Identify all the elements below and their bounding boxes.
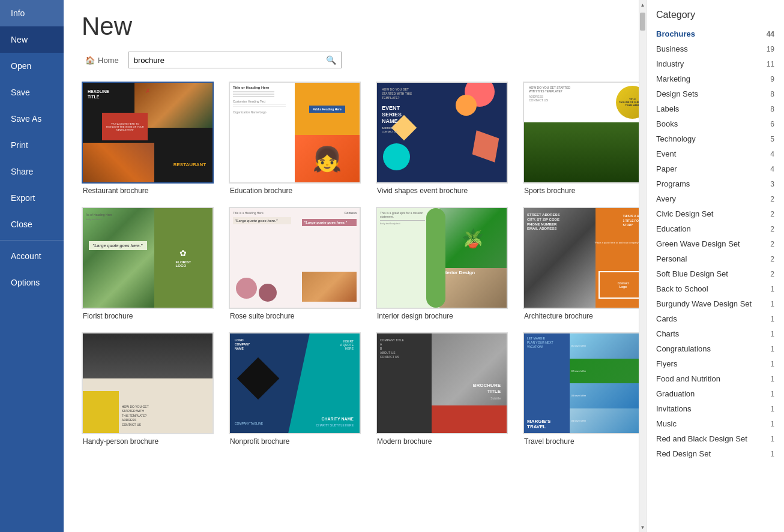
- template-card[interactable]: Title or Heading Here Customize Heading …: [229, 82, 361, 195]
- category-item[interactable]: Food and Nutrition1: [647, 371, 784, 386]
- category-count: 4: [770, 150, 774, 158]
- category-count: 19: [767, 45, 774, 53]
- scroll-track: [639, 10, 646, 522]
- category-panel: Category Brochures44Business19Industry11…: [646, 0, 784, 532]
- sidebar-item-close[interactable]: Close: [0, 211, 64, 238]
- template-card[interactable]: ✿ FLORISTLOGO As of Heading Here body te…: [82, 207, 214, 320]
- home-button[interactable]: 🏠 Home: [82, 53, 122, 67]
- category-count: 6: [770, 120, 774, 128]
- category-count: 1: [770, 420, 774, 428]
- category-item[interactable]: Programs3: [647, 176, 784, 191]
- category-count: 1: [770, 315, 774, 323]
- category-item-label: Congratulations: [656, 344, 711, 353]
- sidebar-item-share[interactable]: Share: [0, 158, 64, 185]
- category-item[interactable]: Charts1: [647, 326, 784, 341]
- template-thumbnail: Title is a Heading Here "Large quote goe…: [229, 207, 361, 309]
- sidebar-item-account[interactable]: Account: [0, 243, 64, 269]
- category-item-label: Design Sets: [656, 89, 698, 98]
- category-item-label: Industry: [656, 59, 684, 68]
- category-count: 8: [770, 90, 774, 98]
- category-count: 1: [770, 285, 774, 293]
- category-item[interactable]: Event4: [647, 146, 784, 161]
- sidebar-item-save-as[interactable]: Save As: [0, 106, 64, 132]
- template-thumbnail: HEADLINETITLE "PUT A QUOTE HERE TO HIGHL…: [82, 82, 214, 184]
- template-card[interactable]: HOW DO YOU GET STARTED WITH THIS TEMPLAT…: [376, 82, 508, 195]
- template-thumbnail: COMPANY TITLEABABOUT USCONTACT US BROCHU…: [376, 332, 508, 434]
- category-item[interactable]: Back to School1: [647, 281, 784, 296]
- template-name: Rose suite brochure: [229, 312, 361, 320]
- category-scrollbar[interactable]: ▲ ▼: [639, 0, 646, 532]
- category-item[interactable]: Design Sets8: [647, 86, 784, 101]
- category-item-label: Labels: [656, 104, 679, 113]
- category-item[interactable]: Paper4: [647, 161, 784, 176]
- sidebar-item-export[interactable]: Export: [0, 185, 64, 211]
- category-item[interactable]: Avery2: [647, 191, 784, 206]
- category-item[interactable]: Labels8: [647, 101, 784, 116]
- sidebar-item-save[interactable]: Save: [0, 79, 64, 106]
- category-item[interactable]: Education2: [647, 221, 784, 236]
- category-item-label: Paper: [656, 164, 677, 173]
- sidebar-item-print[interactable]: Print: [0, 132, 64, 158]
- template-card[interactable]: HOW DO YOU GETSTARTED WITHTHIS TEMPLATE?…: [82, 332, 214, 446]
- category-item[interactable]: Graduation1: [647, 386, 784, 401]
- category-item-label: Avery: [656, 194, 676, 203]
- sidebar-item-open[interactable]: Open: [0, 53, 64, 79]
- category-item-label: Red Design Set: [656, 449, 711, 458]
- category-item[interactable]: Cards1: [647, 311, 784, 326]
- home-label: Home: [98, 56, 119, 65]
- main-content: New 🏠 Home 🔍 HEADLINETITLE "PUT A QUOTE: [64, 0, 639, 532]
- category-item-label: Event: [656, 149, 676, 158]
- template-card[interactable]: HEADLINETITLE "PUT A QUOTE HERE TO HIGHL…: [82, 82, 214, 195]
- category-count: 9: [770, 75, 774, 83]
- category-item[interactable]: Civic Design Set2: [647, 206, 784, 221]
- category-count: 5: [770, 135, 774, 143]
- template-card[interactable]: HOW DO YOU GET STARTED WITH THIS TEMPLAT…: [523, 82, 639, 195]
- template-card[interactable]: THIS IS A HEADING1 TITLE FOR YOURSTORY "…: [523, 207, 639, 320]
- scroll-up-button[interactable]: ▲: [639, 0, 646, 10]
- category-item[interactable]: Marketing9: [647, 71, 784, 86]
- category-item[interactable]: Books6: [647, 116, 784, 131]
- scroll-down-button[interactable]: ▼: [639, 522, 646, 532]
- template-card[interactable]: COMPANY TITLEABABOUT USCONTACT US BROCHU…: [376, 332, 508, 446]
- template-card[interactable]: Title is a Heading Here "Large quote goe…: [229, 207, 361, 320]
- category-count: 3: [770, 180, 774, 188]
- category-item[interactable]: Brochures44: [647, 26, 784, 41]
- template-card[interactable]: This is a great spot for a mission state…: [376, 207, 508, 320]
- category-item-label: Soft Blue Design Set: [656, 269, 728, 278]
- category-item[interactable]: Burgundy Wave Design Set1: [647, 296, 784, 311]
- category-item[interactable]: Soft Blue Design Set2: [647, 266, 784, 281]
- category-item-label: Cards: [656, 314, 677, 323]
- sidebar-item-options[interactable]: Options: [0, 269, 64, 296]
- template-card[interactable]: LOGOCOMPANYNAME COMPANY TAGLINE INSERTA …: [229, 332, 361, 446]
- template-card[interactable]: LET MARGIEPLAN YOUR NEXTVACATION! MARGIE…: [523, 332, 639, 446]
- category-count: 1: [770, 330, 774, 338]
- category-item[interactable]: Personal2: [647, 251, 784, 266]
- templates-area[interactable]: HEADLINETITLE "PUT A QUOTE HERE TO HIGHL…: [64, 76, 639, 532]
- template-thumbnail: ✿ FLORISTLOGO As of Heading Here body te…: [82, 207, 214, 309]
- category-item[interactable]: Red Design Set1: [647, 446, 784, 461]
- template-thumbnail: HOW DO YOU GET STARTED WITH THIS TEMPLAT…: [376, 82, 508, 184]
- sidebar-item-info[interactable]: Info: [0, 0, 64, 26]
- home-icon: 🏠: [85, 56, 95, 65]
- sidebar-item-new[interactable]: New: [0, 26, 64, 53]
- category-item-label: Green Wave Design Set: [656, 239, 740, 248]
- category-item[interactable]: Flyers1: [647, 356, 784, 371]
- search-button[interactable]: 🔍: [321, 52, 341, 68]
- category-item[interactable]: Business19: [647, 41, 784, 56]
- category-item-label: Business: [656, 44, 688, 53]
- category-item-label: Programs: [656, 179, 690, 188]
- category-item-label: Flyers: [656, 359, 677, 368]
- template-name: Restaurant brochure: [82, 187, 214, 195]
- category-item[interactable]: Congratulations1: [647, 341, 784, 356]
- category-item[interactable]: Industry11: [647, 56, 784, 71]
- category-item[interactable]: Music1: [647, 416, 784, 431]
- template-name: Vivid shapes event brochure: [376, 187, 508, 195]
- category-item[interactable]: Invitations1: [647, 401, 784, 416]
- category-item[interactable]: Green Wave Design Set2: [647, 236, 784, 251]
- category-item-label: Graduation: [656, 389, 695, 398]
- category-item[interactable]: Red and Black Design Set1: [647, 431, 784, 446]
- search-input[interactable]: [129, 53, 321, 68]
- templates-grid: HEADLINETITLE "PUT A QUOTE HERE TO HIGHL…: [82, 82, 621, 446]
- category-item[interactable]: Technology5: [647, 131, 784, 146]
- sidebar-divider: [0, 240, 64, 241]
